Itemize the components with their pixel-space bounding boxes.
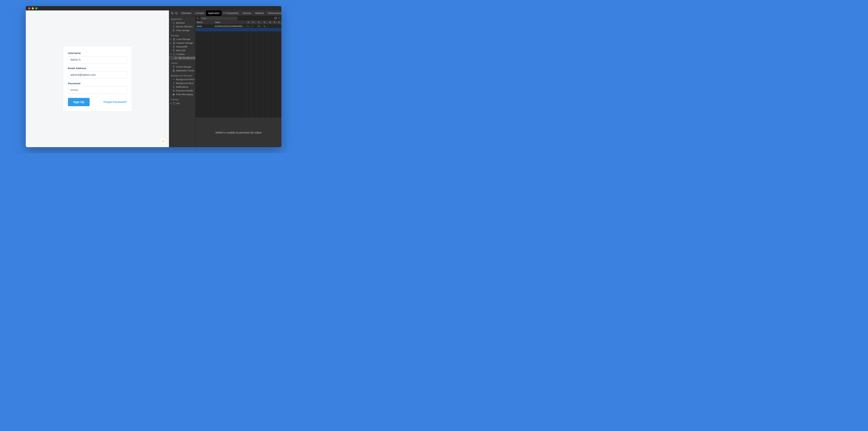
cookies-table-header: Name Value D… Path Ex… Size Ht… S… S… xyxy=(195,21,281,25)
field-group-email: Email Address xyxy=(68,67,127,79)
svg-rect-22 xyxy=(173,90,175,92)
section-storage-title: Storage xyxy=(169,32,195,37)
sidebar-item-label: Cache Storage xyxy=(176,65,191,68)
inspect-element-icon[interactable] xyxy=(171,12,174,14)
sidebar-item-push-messaging[interactable]: Push Messaging xyxy=(169,93,195,96)
sidebar-item-label: Local Storage xyxy=(177,38,190,41)
cookie-icon xyxy=(175,57,177,59)
window-minimize-button[interactable] xyxy=(32,7,34,9)
sidebar-item-label: Background Sync xyxy=(176,82,194,85)
sidebar-item-indexeddb[interactable]: IndexedDB xyxy=(169,45,195,49)
svg-point-14 xyxy=(174,54,175,54)
col-samesite[interactable]: S… xyxy=(277,21,281,24)
sidebar-item-notifications[interactable]: Notifications xyxy=(169,85,195,89)
section-background-services-title: Background Services xyxy=(169,72,195,78)
svg-point-10 xyxy=(173,46,175,47)
svg-point-19 xyxy=(176,58,176,59)
sidebar-item-service-workers[interactable]: Service Workers xyxy=(169,25,195,29)
cell-name: token xyxy=(195,25,214,28)
col-expires[interactable]: Ex… xyxy=(257,21,262,24)
database-icon xyxy=(173,46,175,48)
filter-input[interactable] xyxy=(200,17,238,20)
col-name[interactable]: Name xyxy=(195,21,214,24)
tab-components-label: Components xyxy=(225,12,239,14)
sidebar-item-application-cache[interactable]: Application Cache xyxy=(169,69,195,72)
sidebar-item-local-storage[interactable]: ▸ Local Storage xyxy=(169,37,195,41)
svg-point-17 xyxy=(175,58,176,58)
tab-console[interactable]: Console xyxy=(193,10,206,16)
cookie-icon xyxy=(173,53,175,56)
cloud-icon xyxy=(173,93,175,96)
forgot-password-link[interactable]: Forgot Password? xyxy=(103,100,127,103)
svg-rect-23 xyxy=(173,103,175,104)
sidebar-item-label: Application Cache xyxy=(176,69,194,72)
clear-all-icon[interactable] xyxy=(274,17,277,20)
sidebar-item-payment-handler[interactable]: Payment Handler xyxy=(169,89,195,93)
col-value[interactable]: Value xyxy=(214,21,246,24)
col-secure[interactable]: S… xyxy=(273,21,277,24)
bolt-icon: ⚡ xyxy=(161,140,165,143)
frame-icon xyxy=(173,102,175,104)
sidebar-item-cookies[interactable]: ▾ Cookies xyxy=(169,52,195,56)
sidebar-item-label: Notifications xyxy=(176,86,188,88)
sidebar-item-websql[interactable]: Web SQL xyxy=(169,49,195,52)
password-input[interactable] xyxy=(68,87,127,94)
database-icon xyxy=(173,66,175,68)
col-domain[interactable]: D… xyxy=(246,21,251,24)
table-row-selected-empty[interactable] xyxy=(195,28,281,31)
expand-icon: ▸ xyxy=(170,102,172,105)
refresh-icon[interactable] xyxy=(197,17,199,20)
sidebar-item-clear-storage[interactable]: Clear storage xyxy=(169,29,195,32)
devtools-main: Name Value D… Path Ex… Size Ht… S… S… xyxy=(195,16,281,147)
window-titlebar xyxy=(26,6,281,10)
signup-button[interactable]: Sign Up xyxy=(68,98,90,106)
table-row[interactable]: token eyJhbGciOiJIUzI1NiIsInR5c… lo… / 2… xyxy=(195,25,281,28)
tab-elements[interactable]: Elements xyxy=(180,10,193,16)
delete-icon[interactable] xyxy=(278,17,280,20)
tab-sources[interactable]: Sources xyxy=(241,10,253,16)
tab-application[interactable]: Application xyxy=(206,10,221,16)
database-icon xyxy=(173,29,175,32)
quick-action-fab[interactable]: ⚡ xyxy=(160,138,166,144)
tab-components[interactable]: Components xyxy=(221,10,241,16)
password-label: Password xyxy=(68,82,127,85)
sidebar-item-cache-storage[interactable]: Cache Storage xyxy=(169,65,195,69)
svg-point-15 xyxy=(174,55,174,55)
cell-size: 142 xyxy=(262,25,268,28)
swap-icon xyxy=(173,79,175,81)
cell-samesite xyxy=(277,25,281,28)
cookies-table-body[interactable]: token eyJhbGciOiJIUzI1NiIsInR5c… lo… / 2… xyxy=(195,25,281,118)
grid-icon xyxy=(173,38,175,40)
svg-point-18 xyxy=(176,58,176,58)
sidebar-item-cookie-origin[interactable]: http://localhost:3000 xyxy=(169,56,195,60)
card-icon xyxy=(173,90,175,92)
document-icon xyxy=(173,22,175,24)
col-httponly[interactable]: Ht… xyxy=(268,21,273,24)
sidebar-item-label: Payment Handler xyxy=(176,89,193,92)
sidebar-item-label: Cookies xyxy=(177,53,185,56)
username-label: Username xyxy=(68,52,127,55)
svg-rect-2 xyxy=(177,12,178,14)
field-group-username: Username xyxy=(68,52,127,63)
email-input[interactable] xyxy=(68,71,127,79)
sidebar-item-background-fetch[interactable]: Background Fetch xyxy=(169,78,195,81)
field-group-password: Password xyxy=(68,82,127,94)
sidebar-item-manifest[interactable]: Manifest xyxy=(169,21,195,25)
window-zoom-button[interactable] xyxy=(35,7,37,9)
svg-point-13 xyxy=(174,54,174,54)
window-close-button[interactable] xyxy=(28,7,30,9)
sidebar-item-background-sync[interactable]: Background Sync xyxy=(169,81,195,85)
tab-performance[interactable]: Performance xyxy=(266,10,281,16)
expand-icon: ▸ xyxy=(170,38,172,41)
bell-icon xyxy=(173,86,175,88)
svg-point-11 xyxy=(173,50,175,50)
col-path[interactable]: Path xyxy=(251,21,257,24)
username-input[interactable] xyxy=(68,56,127,63)
expand-icon: ▸ xyxy=(170,41,172,44)
tab-network[interactable]: Network xyxy=(253,10,266,16)
device-toggle-icon[interactable] xyxy=(175,12,178,14)
col-size[interactable]: Size xyxy=(262,21,268,24)
sidebar-item-session-storage[interactable]: ▸ Session Storage xyxy=(169,41,195,45)
sidebar-item-top-frame[interactable]: ▸ top xyxy=(169,101,195,105)
preview-empty-message: Select a cookie to preview its value xyxy=(215,131,261,134)
